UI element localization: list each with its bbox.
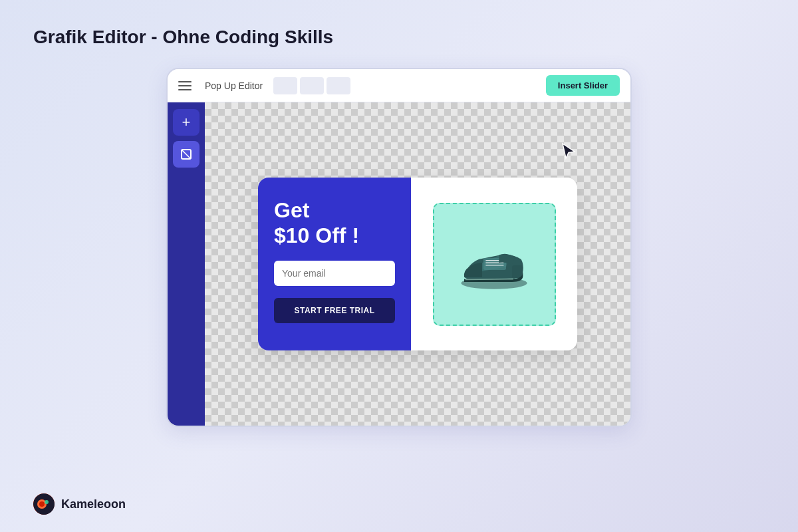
canvas-area[interactable]: Get $10 Off ! START FREE TRIAL: [205, 102, 630, 426]
page-title: Grafik Editor - Ohne Coding Skills: [33, 27, 333, 48]
brand-name: Kameleoon: [61, 497, 126, 511]
sneaker-image: [451, 234, 537, 294]
top-bar: Pop Up Editor Insert Slider: [168, 69, 630, 102]
add-element-button[interactable]: +: [173, 109, 200, 136]
toolbar-tab-1[interactable]: [273, 77, 297, 94]
left-sidebar: +: [168, 102, 205, 426]
product-image-placeholder: [433, 203, 556, 326]
cursor-icon: [561, 142, 577, 164]
svg-point-9: [39, 501, 45, 507]
svg-point-10: [45, 500, 49, 504]
brand-bar: Kameleoon: [33, 493, 126, 515]
crop-icon: [179, 147, 194, 162]
editor-frame: Pop Up Editor Insert Slider +: [166, 68, 632, 427]
insert-slider-button[interactable]: Insert Slider: [546, 75, 620, 96]
editor-body: +: [168, 102, 630, 426]
start-trial-button[interactable]: START FREE TRIAL: [274, 298, 395, 323]
popup-right-panel: [411, 178, 577, 350]
crop-tool-button[interactable]: [173, 141, 200, 168]
hamburger-menu-icon[interactable]: [178, 81, 192, 90]
popup-left-panel: Get $10 Off ! START FREE TRIAL: [258, 178, 411, 350]
toolbar-tab-2[interactable]: [300, 77, 324, 94]
editor-label: Pop Up Editor: [205, 80, 263, 91]
popup-headline: Get $10 Off !: [274, 198, 395, 249]
brand-logo: [33, 493, 55, 515]
toolbar-tab-3[interactable]: [327, 77, 350, 94]
email-input[interactable]: [274, 261, 395, 286]
toolbar-tabs: [273, 77, 350, 94]
popup-card: Get $10 Off ! START FREE TRIAL: [258, 178, 577, 350]
